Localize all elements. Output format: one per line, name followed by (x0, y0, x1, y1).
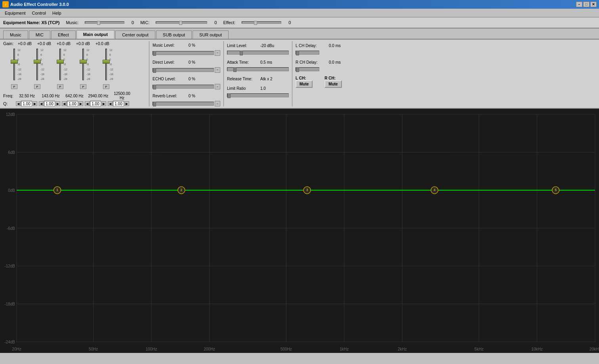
eq-channel-3: 1260-6-12-18-24 P (49, 47, 71, 91)
p-button-4[interactable]: P (80, 84, 86, 89)
q-field-1[interactable] (21, 101, 32, 106)
q-field-4[interactable] (90, 101, 101, 106)
freq-ch2: 143.00 Hz (40, 94, 62, 98)
q-next-5[interactable]: ▶ (124, 101, 129, 106)
r-ch-group: R CH: Mute (324, 76, 341, 88)
effect-slider-container: 0 (242, 20, 291, 25)
r-ch-label: R CH: (324, 76, 341, 80)
echo-level-label: ECHO Level: (153, 77, 184, 81)
q-field-5[interactable] (113, 101, 124, 106)
q-prev-3[interactable]: ◀ (62, 101, 67, 106)
direct-level-decrease[interactable]: − (215, 67, 220, 73)
echo-level-value: 0 % (186, 77, 195, 81)
q-prev-2[interactable]: ◀ (39, 101, 44, 106)
limit-ratio-slider[interactable] (227, 93, 289, 97)
gain-ch1: +0.0 dB (16, 42, 34, 46)
direct-level-label: Direct Level: (153, 60, 184, 64)
freq-ch4: 2940.00 Hz (87, 94, 109, 98)
tab-sur-output[interactable]: SUR output (193, 30, 229, 39)
q-next-3[interactable]: ▶ (78, 101, 83, 106)
tab-sub-output[interactable]: SUB output (156, 30, 192, 39)
effect-slider[interactable] (242, 21, 281, 24)
tab-main-output[interactable]: Main output (76, 30, 114, 39)
l-ch-delay-row: L CH Delay: 0.0 ms (296, 41, 357, 50)
release-time-row: Release Time: Atk x 2 (227, 74, 289, 83)
echo-level-slider[interactable] (153, 85, 214, 89)
r-ch-delay-slider[interactable] (296, 67, 319, 71)
eq-canvas[interactable] (0, 109, 599, 353)
l-ch-mute-button[interactable]: Mute (296, 80, 313, 88)
reverb-level-slider[interactable] (153, 102, 214, 106)
direct-level-slider[interactable] (153, 68, 214, 72)
r-ch-delay-value: 0.0 ms (329, 60, 341, 64)
menu-equipment[interactable]: Equipment (2, 10, 29, 16)
reverb-level-decrease[interactable]: − (215, 101, 220, 106)
direct-level-value: 0 % (186, 60, 195, 64)
faders-container: 1260-6-12-18-24 P 1260-6-12-18-24 P (3, 47, 146, 91)
minimize-button[interactable]: − (576, 2, 582, 7)
freq-label: Freq: (3, 93, 14, 98)
music-slider-container: 0 (85, 20, 134, 25)
q-prev-1[interactable]: ◀ (16, 101, 21, 106)
p-button-2[interactable]: P (34, 84, 40, 89)
tab-music[interactable]: Music (3, 30, 28, 39)
gain-ch3: +0.0 dB (55, 42, 72, 46)
q-prev-4[interactable]: ◀ (85, 101, 90, 106)
q-next-4[interactable]: ▶ (101, 101, 106, 106)
limit-level-label: Limit Level: (227, 44, 259, 48)
eq-section: Gain: +0.0 dB +0.0 dB +0.0 dB +0.0 dB +0… (3, 41, 146, 106)
music-level-value: 0 % (186, 43, 195, 47)
attack-time-slider[interactable] (227, 67, 289, 71)
p-button-3[interactable]: P (57, 84, 63, 89)
echo-level-decrease[interactable]: − (215, 84, 220, 89)
q-next-2[interactable]: ▶ (55, 101, 60, 106)
r-ch-mute-button[interactable]: Mute (324, 80, 341, 88)
q-field-3[interactable] (67, 101, 78, 106)
menu-help[interactable]: Help (49, 10, 65, 16)
q-label: Q: (3, 101, 14, 106)
l-ch-group: L CH: Mute (296, 76, 313, 88)
eq-channel-2: 1260-6-12-18-24 P (26, 47, 48, 91)
attack-time-row: Attack Time: 0.5 ms (227, 58, 289, 66)
music-level-slider[interactable] (153, 51, 214, 55)
l-ch-delay-slider[interactable] (296, 51, 319, 55)
release-time-label: Release Time: (227, 77, 259, 81)
p-button-1[interactable]: P (11, 84, 17, 89)
fader-5[interactable]: 1260-6-12-18-24 (99, 47, 113, 84)
limit-level-row: Limit Level: -20 dBu (227, 41, 289, 50)
fader-4[interactable]: 1260-6-12-18-24 (76, 47, 90, 84)
q-next-1[interactable]: ▶ (32, 101, 37, 106)
gain-ch5: +0.0 dB (93, 42, 111, 46)
q-control-1: ◀ ▶ (16, 101, 37, 106)
attack-time-value: 0.5 ms (260, 60, 272, 64)
q-row: Q: ◀ ▶ ◀ ▶ ◀ ▶ ◀ ▶ (3, 101, 146, 106)
freq-ch1: 32.50 Hz (16, 94, 38, 98)
tab-effect[interactable]: Effect (51, 30, 76, 39)
music-slider[interactable] (85, 21, 124, 24)
mic-slider-container: 0 (156, 20, 217, 25)
mic-slider[interactable] (156, 21, 207, 24)
title-text: Audio Effect Controller 3.0.0 (10, 2, 576, 7)
r-ch-delay-label: R CH Delay: (296, 60, 327, 64)
effect-value: 0 (283, 20, 291, 25)
tab-center-output[interactable]: Center output (115, 30, 155, 39)
eq-channel-4: 1260-6-12-18-24 P (72, 47, 94, 91)
tab-mic[interactable]: MIC (29, 30, 50, 39)
q-prev-5[interactable]: ◀ (108, 101, 113, 106)
gain-ch2: +0.0 dB (35, 42, 53, 46)
q-field-2[interactable] (44, 101, 55, 106)
limit-level-slider[interactable] (227, 51, 289, 55)
p-button-5[interactable]: P (103, 84, 109, 89)
fader-3[interactable]: 1260-6-12-18-24 (53, 47, 67, 84)
fader-1[interactable]: 1260-6-12-18-24 (7, 47, 21, 84)
gain-ch4: +0.0 dB (74, 42, 92, 46)
fader-2[interactable]: 1260-6-12-18-24 (30, 47, 44, 84)
tab-bar: Music MIC Effect Main output Center outp… (0, 28, 599, 40)
menu-control[interactable]: Control (29, 10, 49, 16)
close-button[interactable]: ✕ (590, 2, 597, 7)
music-level-decrease[interactable]: − (215, 50, 220, 56)
mic-value: 0 (209, 20, 217, 25)
r-ch-delay-row: R CH Delay: 0.0 ms (296, 58, 357, 66)
maximize-button[interactable]: □ (583, 2, 589, 7)
music-value: 0 (126, 20, 134, 25)
